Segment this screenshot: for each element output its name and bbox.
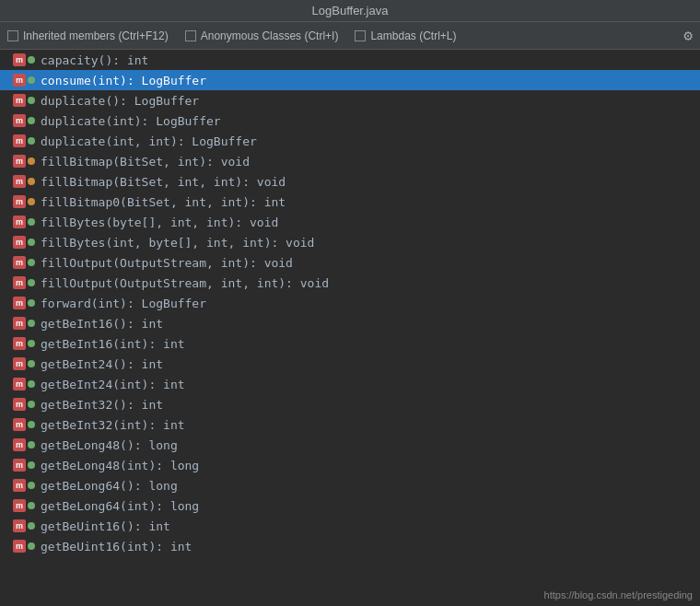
inherited-label: Inherited members (Ctrl+F12) bbox=[23, 29, 169, 42]
method-text: fillBytes(byte[], int, int): void bbox=[41, 216, 278, 229]
anonymous-classes-toggle[interactable]: Anonymous Classes (Ctrl+I) bbox=[185, 29, 339, 42]
list-item[interactable]: mfillBitmap0(BitSet, int, int): int bbox=[0, 192, 700, 212]
method-text: fillOutput(OutputStream, int): void bbox=[41, 256, 293, 270]
list-item[interactable]: mgetBeInt16(): int bbox=[0, 313, 700, 333]
m-icon: m bbox=[13, 479, 26, 492]
m-icon: m bbox=[13, 499, 26, 512]
gear-icon[interactable]: ⚙ bbox=[683, 27, 693, 44]
m-icon: m bbox=[13, 297, 26, 309]
list-item[interactable]: mcapacity(): int bbox=[0, 50, 700, 70]
list-item[interactable]: mgetBeInt24(int): int bbox=[0, 374, 700, 394]
list-item[interactable]: mgetBeLong64(): long bbox=[0, 475, 700, 495]
badge-icon bbox=[28, 97, 35, 104]
badge-icon bbox=[28, 461, 35, 469]
list-item[interactable]: mgetBeLong48(): long bbox=[0, 435, 700, 455]
inherited-members-toggle[interactable]: Inherited members (Ctrl+F12) bbox=[7, 29, 169, 42]
badge-icon bbox=[28, 239, 35, 246]
m-icon: m bbox=[13, 216, 26, 228]
list-item[interactable]: mfillBytes(int, byte[], int, int): void bbox=[0, 232, 700, 252]
m-icon: m bbox=[13, 53, 26, 66]
method-text: getBeInt24(): int bbox=[41, 357, 163, 371]
toolbar: Inherited members (Ctrl+F12) Anonymous C… bbox=[0, 22, 700, 50]
list-item[interactable]: mfillBitmap(BitSet, int, int): void bbox=[0, 171, 700, 192]
method-text: getBeUint16(int): int bbox=[41, 540, 192, 554]
method-text: fillBytes(int, byte[], int, int): void bbox=[41, 236, 314, 250]
badge-icon bbox=[28, 502, 35, 509]
method-text: getBeInt24(int): int bbox=[41, 378, 185, 391]
method-text: getBeUint16(): int bbox=[41, 519, 170, 533]
list-item[interactable]: mgetBeInt32(): int bbox=[0, 394, 700, 414]
method-text: getBeLong48(): long bbox=[41, 438, 178, 452]
method-text: fillBitmap0(BitSet, int, int): int bbox=[41, 195, 286, 209]
badge-icon bbox=[28, 299, 35, 307]
method-text: getBeInt32(int): int bbox=[41, 418, 185, 432]
m-icon: m bbox=[13, 114, 26, 127]
list-item[interactable]: mgetBeInt16(int): int bbox=[0, 333, 700, 354]
m-icon: m bbox=[13, 459, 26, 472]
method-text: fillBitmap(BitSet, int, int): void bbox=[41, 175, 286, 189]
m-icon: m bbox=[13, 317, 26, 330]
m-icon: m bbox=[13, 256, 26, 269]
badge-icon bbox=[28, 137, 35, 145]
m-icon: m bbox=[13, 418, 26, 431]
list-item[interactable]: mfillBitmap(BitSet, int): void bbox=[0, 151, 700, 171]
list-item[interactable]: mgetBeInt24(): int bbox=[0, 354, 700, 374]
list-item[interactable]: mgetBeLong48(int): long bbox=[0, 455, 700, 475]
inherited-checkbox[interactable] bbox=[7, 30, 18, 41]
badge-icon bbox=[28, 178, 35, 185]
m-icon: m bbox=[13, 74, 26, 87]
list-item[interactable]: mduplicate(int): LogBuffer bbox=[0, 111, 700, 131]
method-text: duplicate(): LogBuffer bbox=[41, 94, 199, 108]
method-text: getBeInt32(): int bbox=[41, 398, 163, 412]
m-icon: m bbox=[13, 398, 26, 411]
m-icon: m bbox=[13, 276, 26, 289]
method-text: duplicate(int): LogBuffer bbox=[41, 114, 221, 128]
method-text: getBeLong48(int): long bbox=[41, 459, 199, 472]
list-item[interactable]: mduplicate(): LogBuffer bbox=[0, 90, 700, 111]
m-icon: m bbox=[13, 438, 26, 451]
m-icon: m bbox=[13, 155, 26, 168]
badge-icon bbox=[28, 56, 35, 64]
list-item[interactable]: mgetBeInt32(int): int bbox=[0, 414, 700, 435]
badge-icon bbox=[28, 259, 35, 266]
list-item[interactable]: mgetBeUint16(): int bbox=[0, 516, 700, 536]
lambdas-checkbox[interactable] bbox=[355, 30, 366, 41]
badge-icon bbox=[28, 542, 35, 550]
badge-icon bbox=[28, 117, 35, 124]
method-text: consume(int): LogBuffer bbox=[41, 74, 206, 87]
list-item[interactable]: mgetBeLong64(int): long bbox=[0, 495, 700, 516]
badge-icon bbox=[28, 482, 35, 489]
list-item[interactable]: mfillBytes(byte[], int, int): void bbox=[0, 212, 700, 232]
anonymous-label: Anonymous Classes (Ctrl+I) bbox=[201, 29, 339, 42]
m-icon: m bbox=[13, 378, 26, 390]
lambdas-toggle[interactable]: Lambdas (Ctrl+L) bbox=[355, 29, 456, 42]
m-icon: m bbox=[13, 540, 26, 553]
badge-icon bbox=[28, 157, 35, 165]
title-bar: LogBuffer.java bbox=[0, 0, 700, 22]
badge-icon bbox=[28, 360, 35, 367]
list-item[interactable]: mconsume(int): LogBuffer bbox=[0, 70, 700, 90]
m-icon: m bbox=[13, 236, 26, 249]
badge-icon bbox=[28, 279, 35, 286]
list-item[interactable]: mforward(int): LogBuffer bbox=[0, 293, 700, 313]
badge-icon bbox=[28, 380, 35, 388]
list-item[interactable]: mfillOutput(OutputStream, int, int): voi… bbox=[0, 273, 700, 293]
list-item[interactable]: mfillOutput(OutputStream, int): void bbox=[0, 252, 700, 273]
list-item[interactable]: mduplicate(int, int): LogBuffer bbox=[0, 131, 700, 151]
badge-icon bbox=[28, 441, 35, 449]
anonymous-checkbox[interactable] bbox=[185, 30, 196, 41]
badge-icon bbox=[28, 320, 35, 327]
method-text: getBeLong64(int): long bbox=[41, 499, 199, 513]
method-text: getBeInt16(int): int bbox=[41, 337, 185, 351]
method-text: capacity(): int bbox=[41, 53, 148, 67]
badge-icon bbox=[28, 421, 35, 428]
method-text: fillOutput(OutputStream, int, int): void bbox=[41, 276, 329, 290]
m-icon: m bbox=[13, 357, 26, 370]
badge-icon bbox=[28, 198, 35, 205]
badge-icon bbox=[28, 76, 35, 84]
m-icon: m bbox=[13, 195, 26, 208]
method-text: forward(int): LogBuffer bbox=[41, 297, 206, 310]
lambdas-label: Lambdas (Ctrl+L) bbox=[370, 29, 456, 42]
m-icon: m bbox=[13, 134, 26, 147]
list-item[interactable]: mgetBeUint16(int): int bbox=[0, 536, 700, 556]
